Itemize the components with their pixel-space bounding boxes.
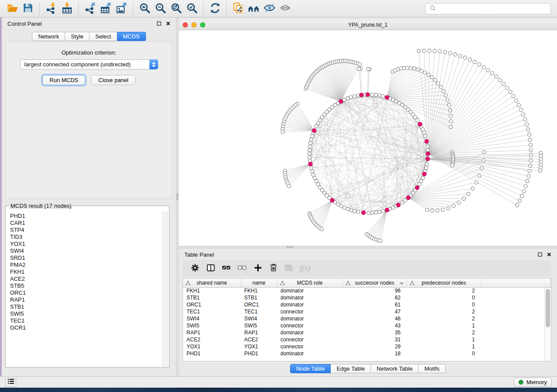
column-header-predecessor-nodes[interactable]: predecessor nodes [407,279,481,287]
graph-node[interactable] [339,204,343,208]
cell[interactable]: RAP1 [183,329,241,336]
graph-node[interactable] [353,94,356,98]
graph-node[interactable] [482,158,485,162]
graph-node[interactable] [311,173,315,176]
graph-hub-node[interactable] [385,96,389,100]
tab-network[interactable]: Network [32,32,65,41]
cell[interactable]: 43 [343,322,407,329]
cell[interactable]: 46 [343,315,407,322]
tab-style[interactable]: Style [65,32,90,41]
graph-node[interactable] [515,99,518,102]
graph-node[interactable] [423,134,427,138]
graph-node[interactable] [522,113,525,116]
mcds-result-item[interactable]: ACE2 [10,275,162,282]
close-panel-button[interactable]: Close panel [91,75,135,85]
graph-node[interactable] [309,141,312,145]
graph-node[interactable] [436,209,439,212]
graph-node[interactable] [447,103,451,107]
column-header-MCDS-role[interactable]: MCDS role [277,279,343,287]
graph-node[interactable] [358,63,362,66]
graph-node[interactable] [343,98,346,102]
graph-node[interactable] [449,114,453,117]
cell[interactable]: STB1 [183,294,241,301]
graph-node[interactable] [402,66,406,70]
deselect-all-button[interactable] [234,261,250,275]
cell[interactable]: dominator [277,294,343,301]
mcds-result-item[interactable]: SWI5 [10,310,162,317]
graph-hub-node[interactable] [385,208,389,212]
graph-node[interactable] [509,90,512,94]
graph-node[interactable] [480,166,484,170]
table-row[interactable]: SWI5SWI5connector431 [183,322,551,329]
graph-node[interactable] [357,67,360,71]
graph-hub-node[interactable] [418,122,422,126]
graph-node[interactable] [458,54,462,58]
optimization-criterion-select[interactable]: largest connected component (undirected) [20,59,158,69]
graph-node[interactable] [519,108,523,112]
cell[interactable]: connector [277,336,343,343]
mcds-result-item[interactable]: CAR1 [10,220,162,227]
cell[interactable]: 31 [343,336,407,343]
graph-node[interactable] [381,210,384,213]
graph-node[interactable] [517,103,521,107]
graph-node[interactable] [525,123,529,126]
table-row[interactable]: PHD1PHD1dominator180 [183,350,551,357]
graph-node[interactable] [448,52,452,55]
cell[interactable]: RAP1 [241,329,277,336]
export-image-button[interactable] [114,1,129,16]
cell[interactable]: connector [277,308,343,315]
tab-mcds[interactable]: MCDS [117,32,145,41]
close-panel-icon[interactable] [166,21,170,26]
graph-node[interactable] [370,93,374,96]
graph-node[interactable] [482,65,485,69]
graph-node[interactable] [498,79,502,82]
column-header-shared-name[interactable]: shared name [183,279,241,287]
mcds-result-item[interactable]: FKH1 [10,268,162,275]
table-row[interactable]: SWI4SWI4dominator462 [183,315,551,322]
cell[interactable]: 61 [343,301,407,308]
graph-node[interactable] [483,150,486,154]
cell[interactable]: ORC1 [241,301,277,308]
graph-hub-node[interactable] [339,100,343,103]
refresh-layout-button[interactable] [207,1,223,16]
mcds-result-item[interactable]: SWI4 [10,248,162,254]
table-settings-button[interactable] [187,261,203,275]
cell[interactable]: dominator [277,301,343,308]
show-columns-button[interactable] [203,261,218,275]
float-panel-icon[interactable] [157,21,161,26]
zoom-out-button[interactable] [152,1,168,16]
cell[interactable]: SWI4 [183,315,241,322]
cell[interactable]: TEC1 [241,308,277,315]
graph-node[interactable] [529,148,533,152]
graph-node[interactable] [446,99,450,102]
graph-node[interactable] [308,152,311,155]
mcds-result-item[interactable]: RAP1 [10,296,162,303]
graph-node[interactable] [529,143,533,147]
graph-node[interactable] [425,166,428,170]
graph-node[interactable] [426,148,429,152]
graph-node[interactable] [491,72,494,75]
mcds-result-item[interactable]: ORC1 [10,289,162,296]
graph-node[interactable] [444,94,447,97]
cell[interactable]: 2 [407,287,481,294]
graph-hub-node[interactable] [366,93,370,96]
graph-node[interactable] [287,184,291,188]
graph-node[interactable] [281,130,284,134]
graph-node[interactable] [467,192,470,196]
cell[interactable]: 35 [343,329,407,336]
graph-node[interactable] [308,145,311,148]
table-scrollbar[interactable] [544,288,551,361]
graph-node[interactable] [518,199,522,203]
cell[interactable]: 2 [407,315,481,322]
cell[interactable]: SWI4 [241,315,277,322]
graph-node[interactable] [313,176,316,180]
graph-node[interactable] [311,169,314,173]
run-mcds-button[interactable]: Run MCDS [42,75,85,85]
graph-node[interactable] [523,118,527,121]
graph-node[interactable] [417,49,421,53]
mcds-result-item[interactable]: PHD1 [10,213,162,220]
graph-node[interactable] [433,79,437,82]
table-row[interactable]: STB1STB1dominator620 [183,294,551,301]
graph-node[interactable] [495,75,498,78]
network-window-titlebar[interactable]: YPA_prune.txt_1 [179,20,557,30]
